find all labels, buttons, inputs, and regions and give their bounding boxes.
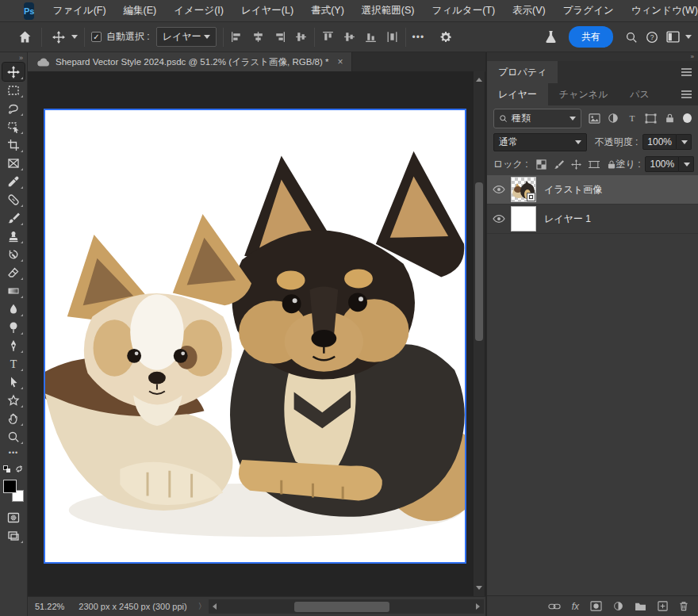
clone-stamp-tool[interactable] xyxy=(2,227,25,245)
filter-shape-layers-button[interactable] xyxy=(645,113,658,124)
horizontal-scrollbar[interactable] xyxy=(209,599,484,614)
menu-file[interactable]: ファイル(F) xyxy=(45,1,113,21)
lasso-tool[interactable] xyxy=(2,99,25,117)
menu-filter[interactable]: フィルター(T) xyxy=(424,1,502,21)
menu-select[interactable]: 選択範囲(S) xyxy=(355,1,422,21)
canvas-viewport[interactable] xyxy=(28,71,485,596)
lock-pixels-brush-icon[interactable] xyxy=(554,159,564,170)
align-left-icon[interactable] xyxy=(230,30,244,44)
add-adjustment-layer-button[interactable] xyxy=(613,601,623,611)
lock-all-icon[interactable] xyxy=(607,159,616,170)
hand-tool[interactable] xyxy=(2,409,25,427)
auto-select-target-dropdown[interactable]: レイヤー xyxy=(156,27,217,47)
brush-tool[interactable] xyxy=(2,209,25,227)
home-button[interactable] xyxy=(14,27,35,48)
tool-preset-chevron-icon[interactable] xyxy=(71,35,78,39)
opacity-value-field[interactable]: 100% xyxy=(642,134,677,150)
workspace-switcher-button[interactable] xyxy=(662,27,683,48)
scroll-right-arrow-icon[interactable] xyxy=(476,603,480,610)
layer-visibility-toggle[interactable] xyxy=(487,214,511,224)
align-center-horizontal-icon[interactable] xyxy=(251,30,265,44)
type-tool[interactable]: T xyxy=(2,354,25,373)
dock-collapse-button[interactable]: » xyxy=(487,52,698,61)
crop-tool[interactable] xyxy=(2,136,25,154)
layer-filter-type-dropdown[interactable]: 種類 xyxy=(493,109,581,128)
help-button[interactable]: ? xyxy=(642,27,662,48)
fill-value-field[interactable]: 100% xyxy=(645,156,679,172)
add-layer-mask-button[interactable] xyxy=(590,601,602,611)
quick-mask-button[interactable] xyxy=(2,508,25,526)
spot-healing-brush-tool[interactable] xyxy=(2,190,25,209)
auto-select-checkbox[interactable]: ✓ xyxy=(91,32,102,42)
menu-plugins[interactable]: プラグイン xyxy=(556,1,621,21)
layer-name[interactable]: イラスト画像 xyxy=(544,183,602,197)
history-brush-tool[interactable] xyxy=(2,245,25,263)
menu-image[interactable]: イメージ(I) xyxy=(167,1,231,21)
custom-shape-tool[interactable] xyxy=(2,391,25,409)
tab-paths[interactable]: パス xyxy=(619,83,661,105)
scroll-up-arrow-icon[interactable] xyxy=(476,78,482,82)
pen-tool[interactable] xyxy=(2,336,25,354)
scroll-left-arrow-icon[interactable] xyxy=(213,603,217,610)
object-selection-tool[interactable] xyxy=(2,117,25,136)
properties-panel-menu-icon[interactable] xyxy=(681,68,692,76)
gradient-tool[interactable] xyxy=(2,281,25,300)
layer-styles-button[interactable]: fx xyxy=(572,601,579,612)
menu-edit[interactable]: 編集(E) xyxy=(117,1,164,21)
workspace-chevron-icon[interactable] xyxy=(685,35,692,39)
current-tool-move[interactable] xyxy=(48,27,69,48)
horizontal-scrollbar-thumb[interactable] xyxy=(294,602,389,612)
default-colors-icon[interactable] xyxy=(3,465,10,473)
layer-name[interactable]: レイヤー 1 xyxy=(544,212,591,226)
new-layer-button[interactable] xyxy=(658,601,668,611)
rectangular-marquee-tool[interactable] xyxy=(2,81,25,99)
blur-tool[interactable] xyxy=(2,300,25,318)
filter-adjustment-layers-button[interactable] xyxy=(607,113,619,124)
align-right-icon[interactable] xyxy=(273,30,286,44)
eyedropper-tool[interactable] xyxy=(2,172,25,190)
lock-transparency-icon[interactable] xyxy=(536,159,547,170)
layer-thumbnail[interactable] xyxy=(511,177,536,202)
link-layers-button[interactable] xyxy=(548,603,561,610)
swap-colors-icon[interactable] xyxy=(15,465,24,473)
document-tab[interactable]: Shepard Vector Style 2024.psdc @ 51.2% (… xyxy=(28,52,352,71)
toolbar-collapse-button[interactable]: » xyxy=(0,52,27,63)
opacity-dropdown-button[interactable] xyxy=(677,134,692,150)
align-top-icon[interactable] xyxy=(321,30,335,44)
scroll-down-arrow-icon[interactable] xyxy=(476,586,482,590)
search-button[interactable] xyxy=(621,27,642,48)
distribute-horizontal-icon[interactable] xyxy=(385,30,399,44)
filter-smart-objects-button[interactable] xyxy=(664,113,677,124)
zoom-tool[interactable] xyxy=(2,427,25,446)
menu-layer[interactable]: レイヤー(L) xyxy=(234,1,301,21)
layers-panel-menu-icon[interactable] xyxy=(681,90,692,98)
filter-pixel-layers-button[interactable] xyxy=(588,113,600,124)
menu-view[interactable]: 表示(V) xyxy=(505,1,553,21)
move-tool[interactable] xyxy=(2,63,25,81)
align-center-vertical-icon[interactable] xyxy=(294,30,308,44)
tech-preview-button[interactable] xyxy=(540,27,561,48)
document-tab-close-icon[interactable]: × xyxy=(337,56,343,67)
layer-row-background[interactable]: レイヤー 1 xyxy=(487,205,698,234)
new-group-button[interactable] xyxy=(635,602,646,611)
lock-position-move-icon[interactable] xyxy=(571,159,581,170)
layer-visibility-toggle[interactable] xyxy=(487,185,511,194)
layer-thumbnail[interactable] xyxy=(511,206,536,231)
screen-mode-button[interactable] xyxy=(2,526,25,545)
frame-tool[interactable] xyxy=(2,154,25,172)
fill-dropdown-button[interactable] xyxy=(679,156,694,172)
blend-mode-dropdown[interactable]: 通常 xyxy=(493,133,587,151)
filter-toggle-switch[interactable] xyxy=(683,113,692,123)
status-popup-chevron-icon[interactable]: 〉 xyxy=(198,601,206,612)
share-button[interactable]: 共有 xyxy=(569,26,613,48)
align-bottom-icon[interactable] xyxy=(364,30,378,44)
tab-properties[interactable]: プロパティ xyxy=(487,61,558,83)
eraser-tool[interactable] xyxy=(2,263,25,281)
canvas[interactable] xyxy=(44,109,466,564)
menu-window[interactable]: ウィンドウ(W) xyxy=(624,1,698,21)
foreground-color-swatch[interactable] xyxy=(3,480,17,493)
more-options-button[interactable]: ••• xyxy=(412,32,425,43)
dodge-tool[interactable] xyxy=(2,318,25,336)
menu-type[interactable]: 書式(Y) xyxy=(304,1,351,21)
zoom-level-field[interactable]: 51.22% xyxy=(35,602,64,611)
